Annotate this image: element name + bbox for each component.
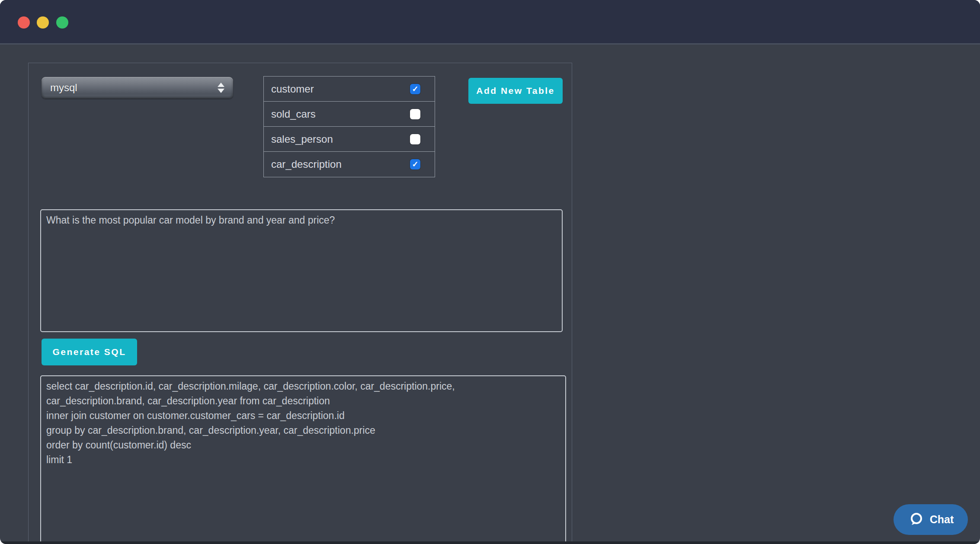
select-updown-arrows-icon <box>218 77 224 99</box>
sql-output[interactable]: select car_description.id, car_descripti… <box>40 375 566 544</box>
table-name: car_description <box>271 158 342 170</box>
titlebar <box>0 0 980 45</box>
app-window: mysql customer ✓ sold_cars ✓ sales_perso… <box>0 0 980 544</box>
traffic-light-zoom-icon[interactable] <box>56 16 68 29</box>
traffic-light-close-icon[interactable] <box>18 16 30 29</box>
question-input[interactable]: What is the most popular car model by br… <box>40 209 563 332</box>
table-row: sales_person ✓ <box>264 127 435 152</box>
table-checkbox[interactable]: ✓ <box>410 159 420 170</box>
table-row: car_description ✓ <box>264 152 435 177</box>
database-select[interactable]: mysql <box>42 77 233 99</box>
traffic-light-minimize-icon[interactable] <box>37 16 49 29</box>
chat-button-label: Chat <box>930 513 954 526</box>
add-new-table-button[interactable]: Add New Table <box>468 78 563 104</box>
table-row: sold_cars ✓ <box>264 102 435 127</box>
tables-list: customer ✓ sold_cars ✓ sales_person ✓ ca… <box>263 76 435 177</box>
table-name: sales_person <box>271 133 333 145</box>
table-checkbox[interactable]: ✓ <box>410 84 420 94</box>
table-row: customer ✓ <box>264 77 435 102</box>
chat-button[interactable]: Chat <box>894 504 968 535</box>
chat-bubble-icon <box>908 512 924 528</box>
generate-sql-button[interactable]: Generate SQL <box>42 339 137 365</box>
table-name: customer <box>271 83 314 95</box>
table-checkbox[interactable]: ✓ <box>410 134 420 144</box>
database-select-value: mysql <box>50 82 77 94</box>
check-icon: ✓ <box>412 160 418 168</box>
window-bottom-edge <box>0 541 980 544</box>
table-checkbox[interactable]: ✓ <box>410 109 420 119</box>
table-name: sold_cars <box>271 108 316 120</box>
main-panel: mysql customer ✓ sold_cars ✓ sales_perso… <box>28 63 572 544</box>
check-icon: ✓ <box>412 85 418 93</box>
